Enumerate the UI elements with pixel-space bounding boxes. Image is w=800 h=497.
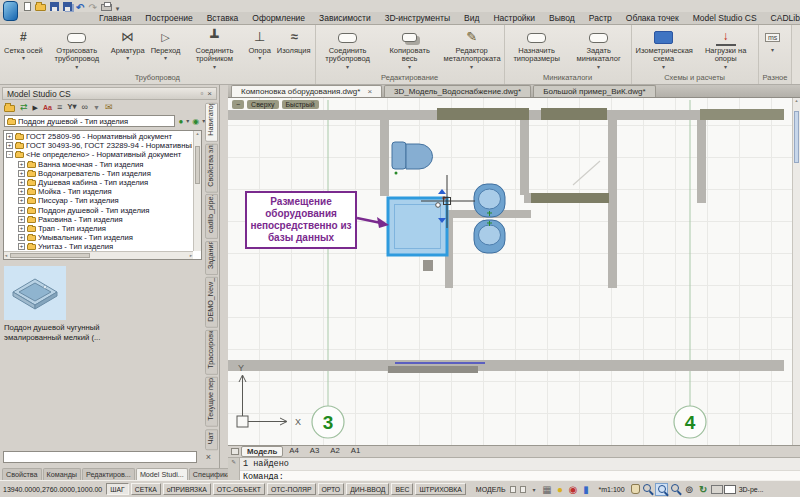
tree-item-душевая-кабина-тип-изделия[interactable]: +Душевая кабина - Тип изделия: [5, 178, 192, 187]
ribbon-tab-cadlib-проект[interactable]: CADLib Проект: [764, 12, 800, 24]
ribbon-tab-облака-точек[interactable]: Облака точек: [619, 12, 686, 24]
toggle-шаг[interactable]: ШАГ: [106, 483, 128, 495]
annotation-visibility-icon[interactable]: [554, 483, 567, 496]
tree-item-писсуар-тип-изделия[interactable]: +Писсуар - Тип изделия: [5, 196, 192, 205]
side-tab-cadlib-pipe[interactable]: cadlib_pipe...: [205, 194, 218, 239]
preview-thumbnail[interactable]: [4, 266, 66, 320]
folder-icon[interactable]: [4, 105, 15, 112]
space-label[interactable]: МОДЕЛЬ: [476, 486, 506, 493]
ribbon-button-копировать-весь[interactable]: Копировать весь▾: [379, 27, 441, 70]
tree-item-мойка-тип-изделия[interactable]: +Мойка - Тип изделия: [5, 187, 192, 196]
layout-mini-icon[interactable]: [510, 486, 516, 493]
chevron-down-icon[interactable]: ▾: [533, 486, 536, 493]
panel-tab-редактиров[interactable]: Редактиров...: [82, 468, 135, 480]
expander-icon[interactable]: +: [18, 216, 25, 223]
ribbon-tab-главная[interactable]: Главная: [92, 12, 138, 24]
doc-tab-компоновка-оборудования-dwg[interactable]: Компоновка оборудования.dwg*×: [231, 85, 382, 97]
toggle-отс-поляр[interactable]: ОТС-ПОЛЯР: [267, 483, 316, 495]
scroll-thumb[interactable]: [195, 146, 200, 184]
ribbon-button-изометрическая-схема[interactable]: Изометрическая схема▾: [633, 27, 695, 70]
tree-item-поддон-душевой-тип-изделия[interactable]: +Поддон душевой - Тип изделия: [5, 206, 192, 215]
layout-tab-а3[interactable]: А3: [305, 446, 325, 457]
toggle-штриховка[interactable]: ШТРИХОВКА: [415, 483, 465, 495]
sort-icon[interactable]: Aa: [43, 104, 52, 111]
panel-title-bar[interactable]: Model Studio CS ▫ ×: [2, 87, 217, 100]
filter-icon[interactable]: Y▾: [67, 103, 76, 111]
chevron-down-icon[interactable]: ▾: [186, 118, 189, 124]
floor-plan[interactable]: 3 4 Y X: [228, 98, 792, 445]
toggle-дин-ввод[interactable]: ДИН-ВВОД: [346, 483, 389, 495]
ribbon-button-опора[interactable]: Опора▾: [245, 27, 273, 61]
expander-icon[interactable]: -: [6, 151, 13, 158]
toggle-опривязка[interactable]: оПРИВЯЗКА: [163, 483, 211, 495]
toggle-сетка[interactable]: СЕТКА: [131, 483, 161, 495]
viewport-minimize-control[interactable]: −: [232, 100, 244, 109]
side-tab-задания[interactable]: Задания: [205, 241, 218, 275]
panel-tab-model-studi[interactable]: Model Studi...: [136, 468, 188, 480]
ribbon-button-misc[interactable]: ▾: [760, 27, 786, 53]
pin-icon[interactable]: ▫: [200, 89, 203, 98]
doc-tab-большой-пример-вик-dwg[interactable]: Большой пример_ВиК.dwg*: [533, 85, 656, 97]
layout-tab-а4[interactable]: А4: [284, 446, 304, 457]
ribbon-tab-вставка[interactable]: Вставка: [200, 12, 246, 24]
clean-screen-icon[interactable]: [724, 483, 737, 496]
expander-icon[interactable]: +: [18, 207, 25, 214]
save-all-icon[interactable]: [63, 2, 72, 11]
expander-icon[interactable]: +: [18, 161, 25, 168]
funnel-icon[interactable]: ▼: [93, 104, 100, 111]
ribbon-tab-зависимости[interactable]: Зависимости: [312, 12, 378, 24]
database-icon[interactable]: ●: [178, 117, 183, 126]
ribbon-button-назначить-типоразмеры[interactable]: Назначить типоразмеры: [506, 27, 568, 64]
expander-icon[interactable]: +: [18, 170, 25, 177]
shower-tray-selected[interactable]: [388, 189, 447, 255]
doc-tab-3d-модель-водоснабжение-dwg[interactable]: 3D_Модель_Водоснабжение.dwg*: [384, 85, 531, 97]
print-preview-icon[interactable]: [711, 483, 723, 496]
expander-icon[interactable]: +: [6, 142, 13, 149]
ribbon-tab-растр[interactable]: Растр: [582, 12, 619, 24]
app-logo-icon[interactable]: [3, 1, 18, 21]
catalog-icon[interactable]: ◉: [192, 117, 199, 126]
sink-fixture-bottom[interactable]: [474, 220, 505, 253]
tree-item-трап-тип-изделия[interactable]: +Трап - Тип изделия: [5, 224, 192, 233]
annotation-scale-icon[interactable]: [580, 483, 593, 496]
expander-icon[interactable]: +: [18, 188, 25, 195]
tree-item-ванна-моечная-тип-изделия[interactable]: +Ванна моечная - Тип изделия: [5, 160, 192, 169]
ribbon-button-арматура[interactable]: Арматура▾: [108, 27, 148, 61]
sink-fixture-top[interactable]: [474, 184, 505, 217]
layout-tab-а2[interactable]: А2: [325, 446, 345, 457]
scroll-thumb[interactable]: [10, 253, 90, 258]
layout-mini-icon[interactable]: [520, 486, 526, 493]
layout-browser-icon[interactable]: [231, 448, 239, 455]
ribbon-tab-настройки[interactable]: Настройки: [486, 12, 542, 24]
model-canvas[interactable]: − Сверху Быстрый: [228, 98, 800, 445]
ribbon-button-соединить-тройником[interactable]: Соединить тройником▾: [183, 27, 245, 70]
ribbon-button-задать-миникаталог[interactable]: Задать миникаталог▾: [568, 27, 630, 70]
toggle-отс-объект[interactable]: ОТС-ОБЪЕКТ: [213, 483, 265, 495]
viewport-view-control[interactable]: Сверху: [247, 100, 278, 109]
annotation-autoscale-icon[interactable]: [567, 483, 580, 496]
equipment-tree[interactable]: +ГОСТ 25809-96 - Нормативный документ+ГО…: [3, 130, 202, 260]
layout-tab-модель[interactable]: Модель: [241, 446, 283, 457]
ribbon-tab-model-studio-cs[interactable]: Model Studio CS: [686, 12, 764, 24]
side-tab-текущие-пер[interactable]: Текущие пер...: [205, 377, 218, 427]
annotation-scale-value[interactable]: *m1:100: [599, 486, 625, 493]
close-icon[interactable]: ×: [207, 89, 212, 98]
ribbon-button-соединить-трубопровод[interactable]: Соединить трубопровод▾: [317, 27, 379, 70]
ribbon-button-отрисовать-трубопровод[interactable]: Отрисовать трубопровод▾: [46, 27, 108, 70]
panel-tab-свойства[interactable]: Свойства: [2, 468, 42, 480]
close-icon[interactable]: ×: [367, 87, 372, 96]
expander-icon[interactable]: +: [18, 234, 25, 241]
expander-icon[interactable]: +: [18, 225, 25, 232]
orbit-icon[interactable]: [683, 483, 696, 496]
pan-hand-icon[interactable]: [631, 484, 640, 494]
ribbon-tab-вид[interactable]: Вид: [457, 12, 486, 24]
tree-item-гост-30493-96-гост-23289-94-нормативный-д[interactable]: +ГОСТ 30493-96, ГОСТ 23289-94 - Норматив…: [5, 141, 192, 150]
refresh-icon[interactable]: ⇄: [20, 103, 28, 112]
mail-icon[interactable]: ✉: [105, 103, 113, 112]
type-selector[interactable]: Поддон душевой - Тип изделия: [4, 115, 175, 127]
ribbon-button-сетка-осей[interactable]: Сетка осей▾: [1, 27, 46, 61]
ribbon-button-переход[interactable]: Переход▾: [148, 27, 184, 61]
scroll-thumb[interactable]: [794, 111, 799, 163]
viewports-icon[interactable]: [541, 483, 554, 496]
ribbon-tab-вывод[interactable]: Вывод: [542, 12, 582, 24]
